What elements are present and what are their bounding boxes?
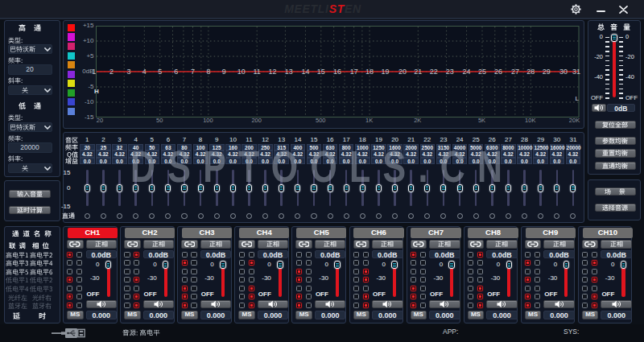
svg-text:4: 4 [142,68,146,76]
svg-text:7: 7 [190,68,194,76]
svg-text:H: H [94,88,99,95]
svg-text:22: 22 [429,68,437,76]
svg-text:11: 11 [253,68,260,76]
svg-text:21: 21 [414,68,422,76]
svg-text:24: 24 [462,68,470,76]
svg-text:5: 5 [158,68,162,76]
svg-text:16: 16 [332,68,341,76]
svg-text:19: 19 [381,68,389,76]
svg-text:13: 13 [284,68,292,76]
svg-text:23: 23 [445,68,453,76]
svg-text:14: 14 [301,68,309,76]
svg-text:12: 12 [268,68,276,76]
svg-text:25: 25 [477,68,485,76]
svg-text:20: 20 [398,68,406,76]
svg-text:3: 3 [126,68,130,76]
svg-text:8: 8 [206,68,210,76]
svg-text:2: 2 [109,68,113,76]
svg-text:15: 15 [316,68,324,76]
svg-text:10: 10 [237,68,245,76]
svg-text:6: 6 [174,68,178,76]
svg-text:9: 9 [221,68,225,76]
svg-text:26: 26 [494,68,502,76]
svg-text:18: 18 [365,68,374,76]
svg-text:17: 17 [349,68,357,76]
svg-text:1: 1 [92,68,96,76]
